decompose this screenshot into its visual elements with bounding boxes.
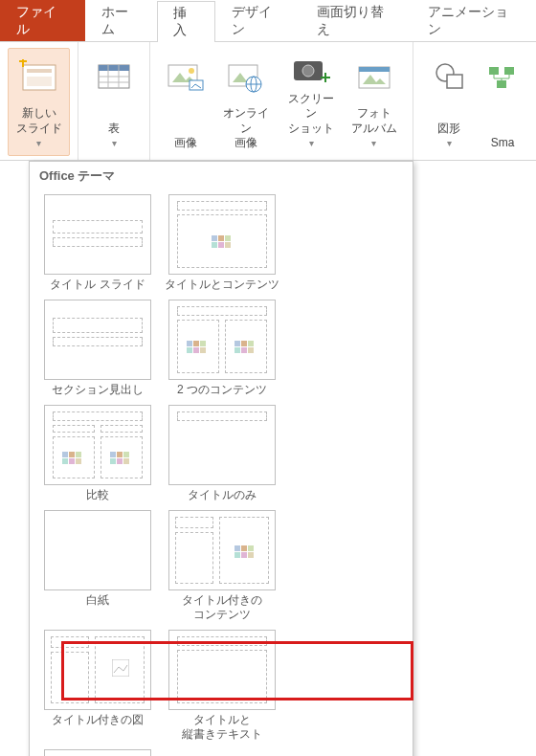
svg-rect-1 — [27, 69, 52, 73]
tab-home[interactable]: ホーム — [85, 0, 157, 41]
photo-album-button[interactable]: フォト アルバム — [344, 48, 405, 156]
layout-thumb — [168, 300, 276, 380]
svg-rect-26 — [489, 67, 499, 75]
screenshot-button[interactable]: スクリーン ショット — [279, 48, 344, 156]
layout-label: タイトルとコンテンツ — [165, 278, 279, 292]
layout-content-caption[interactable]: タイトル付きの コンテンツ — [160, 510, 284, 622]
new-slide-button[interactable]: 新しい スライド — [8, 48, 70, 156]
layout-label: 2 つのコンテンツ — [177, 383, 267, 397]
layout-grid: タイトル スライド タイトルとコンテンツ セクション見出し — [30, 190, 413, 756]
svg-rect-4 — [99, 65, 129, 71]
tab-file[interactable]: ファイル — [0, 0, 85, 41]
table-button[interactable]: 表 — [86, 48, 142, 156]
layout-thumb — [168, 405, 276, 485]
tab-transition[interactable]: 画面切り替え — [301, 0, 412, 41]
image-icon — [165, 53, 207, 100]
layout-thumb — [44, 510, 151, 590]
layout-label: タイトル スライド — [50, 278, 145, 292]
layout-label: タイトルのみ — [188, 488, 257, 502]
table-label: 表 — [108, 122, 120, 135]
new-slide-icon — [17, 53, 61, 100]
svg-point-19 — [302, 65, 314, 77]
layout-label: タイトル付きの コンテンツ — [182, 593, 262, 622]
smartart-button[interactable]: Sma — [477, 48, 528, 156]
layout-label: 白紙 — [86, 593, 109, 608]
ribbon-group-images: 画像 オンライン 画像 スクリーン ショット フォト アルバム — [150, 42, 413, 160]
ribbon-group-slides: 新しい スライド — [0, 42, 78, 160]
smartart-icon — [483, 53, 522, 100]
ribbon-tabs: ファイル ホーム 挿入 デザイン 画面切り替え アニメーション — [0, 0, 536, 42]
layout-label: タイトル付きの図 — [52, 713, 144, 727]
layout-label: タイトルと 縦書きテキスト — [182, 713, 262, 742]
layout-blank[interactable]: 白紙 — [35, 510, 160, 622]
layout-title-vertical-text[interactable]: タイトルと 縦書きテキスト — [160, 630, 284, 742]
layout-vertical-title-text[interactable]: 縦書きタイトルと 縦書きテキスト — [35, 749, 160, 756]
shapes-button[interactable]: 図形 — [421, 48, 477, 156]
layout-thumb — [168, 194, 276, 275]
layout-label: 比較 — [86, 488, 109, 502]
screenshot-label: スクリーン ショット — [288, 92, 334, 135]
dropdown-header: Office テーマ — [30, 162, 413, 190]
new-slide-label: 新しい スライド — [16, 106, 62, 135]
ribbon: 新しい スライド 表 画像 オンライン 画像 スクリーン シ — [0, 42, 536, 161]
shapes-label: 図形 — [437, 122, 460, 135]
layout-title-only[interactable]: タイトルのみ — [160, 405, 284, 502]
screenshot-icon — [290, 53, 332, 90]
tab-animation[interactable]: アニメーション — [412, 0, 536, 41]
layout-thumb — [44, 194, 151, 275]
svg-rect-28 — [497, 80, 506, 88]
layout-title-content[interactable]: タイトルとコンテンツ — [160, 194, 284, 292]
svg-rect-22 — [359, 67, 390, 72]
layout-label: セクション見出し — [52, 383, 144, 397]
smartart-label: Sma — [491, 136, 515, 149]
tab-design[interactable]: デザイン — [215, 0, 301, 41]
layout-picture-caption[interactable]: タイトル付きの図 — [35, 630, 160, 742]
ribbon-group-illustrations: 図形 Sma — [413, 42, 536, 160]
layout-thumb — [168, 630, 276, 710]
online-image-label: オンライン 画像 — [223, 106, 269, 149]
image-label: 画像 — [174, 136, 197, 149]
layout-thumb — [44, 300, 151, 380]
layout-section-header[interactable]: セクション見出し — [35, 300, 160, 397]
layout-thumb — [44, 405, 151, 485]
online-image-icon — [225, 53, 267, 100]
tab-insert[interactable]: 挿入 — [157, 1, 215, 42]
svg-rect-2 — [27, 77, 52, 86]
photo-album-label: フォト アルバム — [351, 106, 397, 135]
svg-rect-27 — [504, 67, 514, 75]
ribbon-group-tables: 表 — [78, 42, 150, 160]
new-slide-dropdown: Office テーマ タイトル スライド タイトルとコンテンツ — [29, 161, 413, 756]
layout-thumb — [168, 510, 276, 590]
shapes-icon — [428, 53, 470, 100]
svg-point-11 — [189, 68, 194, 74]
layout-thumb — [44, 749, 151, 756]
table-icon — [95, 53, 133, 100]
layout-thumb — [44, 630, 151, 710]
online-image-button[interactable]: オンライン 画像 — [213, 48, 279, 156]
svg-rect-25 — [447, 75, 462, 88]
layout-comparison[interactable]: 比較 — [35, 405, 160, 502]
layout-title-slide[interactable]: タイトル スライド — [35, 194, 160, 292]
image-button[interactable]: 画像 — [158, 48, 213, 156]
photo-album-icon — [353, 53, 395, 100]
layout-two-content[interactable]: 2 つのコンテンツ — [160, 300, 284, 397]
